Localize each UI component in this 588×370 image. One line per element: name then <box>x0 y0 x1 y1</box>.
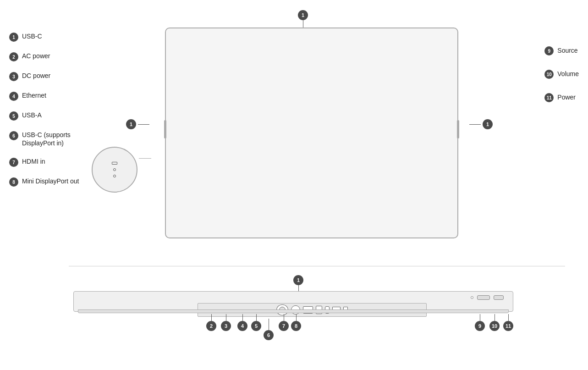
right-label-10: 10 Volume <box>544 69 579 79</box>
monitor-badge-left: 1 <box>126 119 136 129</box>
zoom-connector-line <box>139 158 151 159</box>
bottom-badge-1-circle: 1 <box>293 275 303 285</box>
divider-line <box>69 266 565 266</box>
monitor-top-badge-area: 1 <box>298 10 308 29</box>
badge-circle-9: 9 <box>475 321 485 331</box>
label-text-5: USB-A <box>22 111 42 119</box>
right-side-controls <box>471 295 504 300</box>
badge-9: 9 <box>544 46 554 55</box>
label-item-2: 2 AC power <box>9 52 79 61</box>
badge-circle-11: 11 <box>503 321 513 331</box>
label-text-1: USB-C <box>22 32 42 40</box>
bottom-port-badge-9: 9 <box>475 314 485 331</box>
top-section: 1 USB-C 2 AC power 3 DC power 4 Ethernet… <box>0 9 588 261</box>
label-text-3: DC power <box>22 72 50 80</box>
monitor-diagram: 1 1 1 <box>151 18 463 243</box>
badge-7: 7 <box>9 158 18 167</box>
port-circle-detail-2 <box>113 175 116 177</box>
badge-circle-7: 7 <box>279 321 289 331</box>
bottom-port-badge-2: 2 <box>206 314 216 331</box>
badge-circle-6: 6 <box>264 330 274 340</box>
label-text-2: AC power <box>22 52 50 60</box>
badge-circle-5: 5 <box>251 321 261 331</box>
badge-3: 3 <box>9 72 18 81</box>
right-edge-tab <box>457 120 459 138</box>
badge-circle-3: 3 <box>221 321 231 331</box>
label-item-1: 1 USB-C <box>9 32 79 42</box>
monitor-frame <box>165 28 458 238</box>
right-label-11: 11 Power <box>544 93 579 102</box>
label-text-7: HDMI in <box>22 157 45 166</box>
bottom-port-badge-11: 11 <box>503 314 513 331</box>
left-edge-tab <box>164 120 166 138</box>
label-text-8: Mini DisplayPort out <box>22 177 79 185</box>
bottom-port-badge-7: 7 <box>279 314 289 331</box>
badge-2: 2 <box>9 52 18 61</box>
label-item-3: 3 DC power <box>9 72 79 81</box>
bottom-port-badge-8: 8 <box>291 314 301 331</box>
bottom-port-badge-4: 4 <box>237 314 247 331</box>
label-text-9: Source <box>557 46 577 55</box>
badge-6: 6 <box>9 131 18 140</box>
bottom-port-badge-10: 10 <box>489 314 500 331</box>
bottom-device-diagram: 1 <box>73 284 513 339</box>
label-item-6: 6 USB-C (supports DisplayPort in) <box>9 131 79 147</box>
right-labels: 9 Source 10 Volume 11 Power <box>544 46 579 102</box>
label-item-5: 5 USB-A <box>9 111 79 121</box>
bottom-port-badge-3: 3 <box>221 314 231 331</box>
label-item-7: 7 HDMI in <box>9 157 79 167</box>
bottom-port-badge-6: 6 <box>264 319 274 340</box>
badge-5: 5 <box>9 111 18 121</box>
left-labels: 1 USB-C 2 AC power 3 DC power 4 Ethernet… <box>9 32 79 187</box>
badge-circle-8: 8 <box>291 321 301 331</box>
device-body <box>73 291 513 312</box>
badge-circle-10: 10 <box>489 321 500 331</box>
label-text-10: Volume <box>557 70 579 78</box>
right-label-9: 9 Source <box>544 46 579 55</box>
label-item-4: 4 Ethernet <box>9 91 79 101</box>
source-dot <box>471 296 473 299</box>
badge-10: 10 <box>544 70 554 79</box>
label-text-4: Ethernet <box>22 91 46 99</box>
label-text-11: Power <box>557 93 576 101</box>
monitor-badge-right: 1 <box>483 119 493 129</box>
badge-8: 8 <box>9 177 18 187</box>
monitor-badge-1-top: 1 <box>298 10 308 20</box>
monitor-right-badge-area: 1 <box>469 119 493 129</box>
bottom-port-badge-5: 5 <box>251 314 261 331</box>
badge-1: 1 <box>9 33 18 42</box>
port-detail-zoom <box>112 162 117 177</box>
badge-11: 11 <box>544 93 554 102</box>
bottom-section: 1 <box>0 271 588 367</box>
label-text-6: USB-C (supports DisplayPort in) <box>22 131 71 147</box>
power-button <box>494 295 504 300</box>
volume-button <box>477 295 490 300</box>
badge-circle-2: 2 <box>206 321 216 331</box>
port-rect-detail <box>112 162 117 165</box>
badge-4: 4 <box>9 92 18 101</box>
label-item-8: 8 Mini DisplayPort out <box>9 177 79 187</box>
port-circle-detail <box>113 168 116 171</box>
zoom-circle <box>92 147 137 193</box>
device-stand <box>78 309 509 313</box>
badge-circle-4: 4 <box>237 321 247 331</box>
bottom-badge-1: 1 <box>293 275 303 292</box>
monitor-left-badge-area: 1 <box>126 119 149 129</box>
page-container: 1 USB-C 2 AC power 3 DC power 4 Ethernet… <box>0 0 588 370</box>
